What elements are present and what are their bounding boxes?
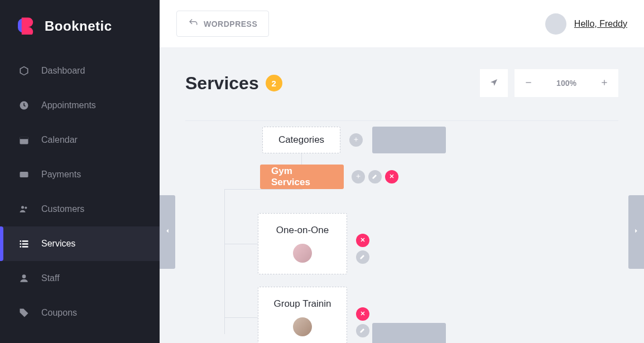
brand: Booknetic [0,10,160,54]
svg-point-5 [21,206,24,209]
tree-root-node[interactable]: Categories [262,127,340,153]
sidebar-item-customers[interactable]: Customers [0,192,160,226]
back-arrow-icon [188,18,198,30]
service-edit-button[interactable] [356,324,369,337]
pencil-icon [372,172,378,182]
scroll-down-button[interactable] [372,323,446,343]
sidebar-item-payments[interactable]: Payments [0,157,160,192]
sidebar-item-label: Customers [41,204,84,214]
chevron-right-icon [632,227,640,237]
logo-icon [18,16,37,37]
topbar: WORDPRESS Hello, Freddy [160,0,644,48]
svg-rect-14 [526,82,531,83]
category-add-button[interactable] [352,170,365,183]
sidebar-item-staff[interactable]: Staff [0,261,160,296]
svg-rect-7 [20,240,22,242]
user-greeting-link[interactable]: Hello, Freddy [574,19,627,29]
connector-line [224,244,258,244]
category-delete-button[interactable] [385,170,398,183]
page-title: Services 2 [185,73,282,94]
user-area: Hello, Freddy [545,13,627,35]
close-icon [359,235,366,245]
wordpress-button[interactable]: WORDPRESS [176,11,269,37]
sidebar-item-appointments[interactable]: Appointments [0,88,160,123]
svg-point-13 [22,274,26,278]
page-header: Services 2 100% [185,69,618,97]
pencil-icon [359,326,366,336]
svg-rect-9 [20,243,22,245]
service-node-label: Group Trainin [274,298,331,310]
service-delete-button[interactable] [356,234,369,247]
sidebar-item-services[interactable]: Services [0,226,160,261]
zoom-in-button[interactable] [590,69,618,97]
category-edit-button[interactable] [368,170,382,183]
svg-rect-10 [22,243,28,245]
sidebar-item-coupons[interactable]: Coupons [0,296,160,330]
service-node[interactable]: One-on-One [258,213,347,274]
sidebar-item-label: Appointments [41,100,96,110]
cube-icon [18,65,30,77]
svg-rect-3 [20,137,28,139]
sidebar-nav: Dashboard Appointments Calendar Payments… [0,54,160,330]
connector-line [301,153,302,165]
locate-button[interactable] [480,69,508,97]
zoom-controls: 100% [480,69,618,97]
tree-root-label: Categories [278,134,324,146]
chevron-left-icon [164,227,171,237]
svg-rect-18 [356,138,357,142]
sidebar-item-label: Dashboard [41,66,85,76]
staff-avatar [293,244,312,263]
add-category-button[interactable] [349,133,363,147]
plus-icon [353,135,359,145]
page-title-text: Services [185,73,259,94]
sidebar-item-label: Calendar [41,135,78,145]
pan-right-button[interactable] [628,195,644,269]
minus-icon [524,77,533,90]
connector-line [224,189,302,190]
content: Services 2 100% [160,48,644,343]
staff-avatar [293,317,312,336]
connector-line [224,317,258,318]
service-edit-button[interactable] [356,250,369,264]
sidebar-item-calendar[interactable]: Calendar [0,123,160,157]
sidebar-item-label: Staff [41,273,60,283]
avatar[interactable] [545,13,566,35]
svg-rect-20 [358,175,359,178]
tag-icon [18,307,30,319]
list-icon [18,238,30,250]
close-icon [359,309,366,319]
svg-point-6 [25,206,27,209]
wallet-icon [18,168,30,181]
service-tree-canvas[interactable]: Categories Gym Services One-on-One [185,120,618,343]
svg-rect-11 [20,246,22,248]
plus-icon [355,172,362,182]
close-icon [388,172,395,182]
service-node-label: One-on-One [276,225,329,236]
plus-icon [600,77,609,90]
pencil-icon [359,252,366,262]
svg-rect-4 [20,172,28,177]
zoom-value: 100% [542,69,590,97]
user-icon [18,272,30,284]
sidebar-item-label: Services [41,239,75,249]
service-node[interactable]: Group Trainin [258,287,347,343]
svg-rect-12 [22,246,28,248]
svg-rect-8 [22,240,28,242]
category-node[interactable]: Gym Services [260,165,344,189]
sidebar-item-label: Coupons [41,308,77,318]
scroll-up-button[interactable] [372,127,446,153]
main: WORDPRESS Hello, Freddy Services 2 100% [160,0,644,343]
sidebar: Booknetic Dashboard Appointments Calenda… [0,0,160,343]
pan-left-button[interactable] [160,195,175,269]
clock-icon [18,99,30,112]
sidebar-item-dashboard[interactable]: Dashboard [0,54,160,88]
calendar-icon [18,134,30,146]
zoom-out-button[interactable] [515,69,542,97]
count-badge: 2 [266,75,282,91]
svg-rect-16 [604,80,604,85]
location-arrow-icon [489,77,498,90]
connector-line [224,189,225,334]
service-delete-button[interactable] [356,307,369,321]
wordpress-button-label: WORDPRESS [204,20,257,28]
brand-name: Booknetic [45,18,112,34]
